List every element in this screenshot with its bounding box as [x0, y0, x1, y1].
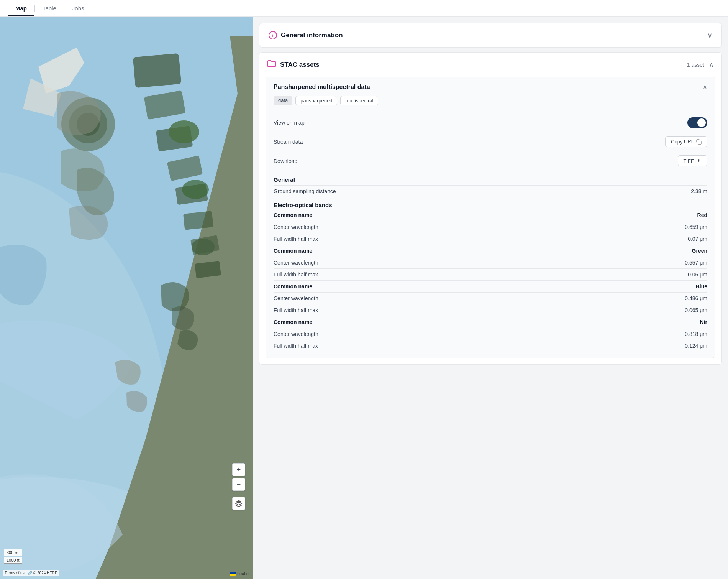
view-on-map-label: View on map [274, 120, 305, 126]
tab-map[interactable]: Map [8, 1, 34, 16]
map-controls: + − [232, 463, 245, 510]
info-icon: i [269, 31, 277, 39]
band-blue-fwhm-row: Full width half max 0.065 μm [274, 304, 707, 316]
copy-icon [696, 139, 702, 145]
map-scale: 300 m 1000 ft [4, 549, 22, 564]
general-section-title: General [274, 176, 707, 183]
tiff-label: TIFF [684, 158, 694, 164]
band-red-name-row: Common name Red [274, 209, 707, 221]
svg-point-12 [182, 180, 209, 199]
band-nir-common-name-label: Common name [274, 319, 312, 325]
svg-rect-3 [133, 53, 182, 88]
band-green-common-name-label: Common name [274, 248, 312, 254]
band-nir-center-value: 0.818 μm [685, 331, 707, 337]
asset-name: Pansharpened multispectral data [274, 84, 370, 90]
tab-table[interactable]: Table [35, 1, 64, 16]
map-imagery [0, 17, 253, 579]
band-nir-fwhm-row: Full width half max 0.124 μm [274, 340, 707, 352]
band-blue-fwhm-label: Full width half max [274, 307, 318, 313]
stac-header-left: STAC assets [267, 59, 320, 70]
band-green-center-value: 0.557 μm [685, 260, 707, 266]
band-blue-center-label: Center wavelength [274, 295, 318, 301]
download-icon [696, 158, 702, 164]
main-content: + − 300 m 1000 ft Terms of use 🔗 © 2024 … [0, 17, 728, 579]
stac-assets-title: STAC assets [280, 61, 320, 69]
general-info-header[interactable]: i General information ∨ [259, 23, 721, 47]
asset-title-row: Pansharpened multispectral data ∧ [274, 83, 707, 90]
band-nir-center-row: Center wavelength 0.818 μm [274, 328, 707, 340]
band-blue-common-name-label: Common name [274, 283, 312, 290]
general-info-card: i General information ∨ [259, 23, 722, 48]
scale-300m: 300 m [4, 549, 22, 556]
stac-assets-header[interactable]: STAC assets 1 asset ∧ [259, 53, 721, 77]
copy-url-label: Copy URL [671, 139, 694, 145]
band-blue-center-row: Center wavelength 0.486 μm [274, 292, 707, 304]
band-blue-center-value: 0.486 μm [685, 295, 707, 301]
svg-rect-17 [698, 141, 701, 144]
stream-data-label: Stream data [274, 139, 303, 145]
band-blue-name-value: Blue [696, 283, 707, 290]
map-attribution[interactable]: Terms of use 🔗 © 2024 HERE [3, 570, 59, 576]
asset-count-label: 1 asset [687, 62, 704, 68]
download-label: Download [274, 158, 297, 164]
band-red-fwhm-label: Full width half max [274, 236, 318, 242]
view-on-map-row: View on map [274, 113, 707, 132]
general-info-title: General information [281, 31, 343, 39]
band-green-center-row: Center wavelength 0.557 μm [274, 257, 707, 268]
download-row: Download TIFF [274, 151, 707, 170]
stac-chevron-up-icon[interactable]: ∧ [709, 61, 714, 69]
asset-chevron-icon[interactable]: ∧ [703, 83, 707, 90]
tags-row: data pansharpened multispectral [274, 96, 707, 105]
band-nir-name-value: Nir [700, 319, 707, 325]
band-red-name-value: Red [697, 212, 707, 218]
band-green-fwhm-row: Full width half max 0.06 μm [274, 268, 707, 280]
band-green-fwhm-value: 0.06 μm [688, 271, 707, 278]
eo-section-title: Electro-optical bands [274, 202, 707, 208]
asset-inner: Pansharpened multispectral data ∧ data p… [266, 77, 715, 358]
layers-button[interactable] [232, 497, 245, 510]
band-blue-fwhm-value: 0.065 μm [685, 307, 707, 313]
band-green-name-value: Green [692, 248, 707, 254]
gsd-value: 2.38 m [691, 188, 707, 194]
tag-data[interactable]: data [274, 96, 292, 105]
map-leaflet-attribution: Leaflet [230, 571, 250, 576]
band-red-fwhm-row: Full width half max 0.07 μm [274, 233, 707, 245]
svg-rect-10 [195, 261, 221, 278]
tag-multispectral[interactable]: multispectral [340, 96, 378, 105]
zoom-out-button[interactable]: − [232, 478, 245, 491]
band-nir-name-row: Common name Nir [274, 316, 707, 328]
map-area[interactable]: + − 300 m 1000 ft Terms of use 🔗 © 2024 … [0, 17, 253, 579]
map-canvas [0, 17, 253, 579]
top-nav: Map Table Jobs [0, 0, 728, 17]
tab-jobs[interactable]: Jobs [64, 1, 92, 16]
general-info-chevron-icon[interactable]: ∨ [707, 31, 712, 39]
general-info-header-left: i General information [269, 31, 343, 39]
band-blue-name-row: Common name Blue [274, 280, 707, 292]
band-nir-center-label: Center wavelength [274, 331, 318, 337]
zoom-in-button[interactable]: + [232, 463, 245, 476]
copy-url-button[interactable]: Copy URL [665, 136, 707, 147]
band-red-common-name-label: Common name [274, 212, 312, 218]
gsd-label: Ground sampling distance [274, 188, 336, 194]
svg-point-11 [169, 120, 199, 143]
tag-pansharpened[interactable]: pansharpened [295, 96, 337, 105]
band-red-center-value: 0.659 μm [685, 224, 707, 230]
view-on-map-toggle[interactable] [687, 117, 707, 128]
band-red-fwhm-value: 0.07 μm [688, 236, 707, 242]
toggle-knob [697, 118, 706, 127]
tiff-download-button[interactable]: TIFF [678, 155, 707, 166]
folder-icon [267, 59, 276, 70]
leaflet-label: Leaflet [237, 571, 250, 576]
band-green-name-row: Common name Green [274, 245, 707, 257]
asset-content: Pansharpened multispectral data ∧ data p… [259, 77, 721, 364]
stac-assets-card: STAC assets 1 asset ∧ Pansharpened multi… [259, 52, 722, 365]
stac-header-right: 1 asset ∧ [687, 61, 714, 69]
right-panel: i General information ∨ STAC assets [253, 17, 728, 579]
band-nir-fwhm-label: Full width half max [274, 343, 318, 349]
leaflet-flag-icon [230, 572, 236, 576]
stream-data-row: Stream data Copy URL [274, 132, 707, 151]
svg-point-13 [192, 239, 215, 255]
band-green-fwhm-label: Full width half max [274, 271, 318, 278]
band-nir-fwhm-value: 0.124 μm [685, 343, 707, 349]
band-green-center-label: Center wavelength [274, 260, 318, 266]
